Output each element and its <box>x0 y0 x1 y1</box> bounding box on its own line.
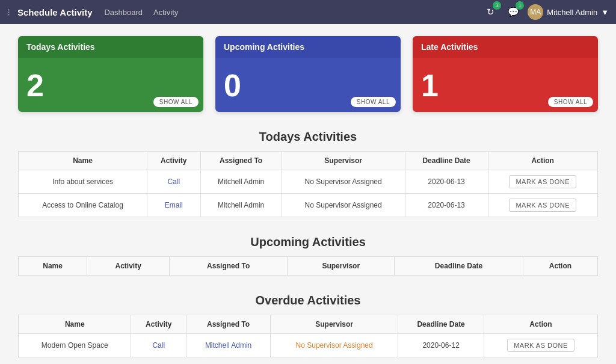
row-activity[interactable]: Call <box>131 334 186 357</box>
ov-col-activity: Activity <box>131 315 186 334</box>
late-show-all[interactable]: SHOW ALL <box>548 97 593 107</box>
overdue-header-row: Name Activity Assigned To Supervisor Dea… <box>19 315 598 334</box>
chat-badge-wrap[interactable]: 💬 1 <box>505 4 522 20</box>
user-name: Mitchell Admin <box>547 8 597 17</box>
upcoming-table: Name Activity Assigned To Supervisor Dea… <box>18 256 598 276</box>
upcoming-section-title: Upcoming Activities <box>18 235 598 249</box>
table-row: Access to Online Catalog Email Mitchell … <box>19 194 598 217</box>
today-card-body: 2 SHOW ALL <box>18 58 203 112</box>
row-assigned[interactable]: Mitchell Admin <box>186 334 271 357</box>
top-navigation: ⁝ Schedule Activity Dashboard Activity ↻… <box>0 0 616 24</box>
today-count: 2 <box>26 70 44 101</box>
todays-section: Todays Activities Name Activity Assigned… <box>18 130 598 217</box>
upcoming-header-row: Name Activity Assigned To Supervisor Dea… <box>19 257 598 276</box>
row-deadline: 2020-06-12 <box>398 334 484 357</box>
col-deadline: Deadline Date <box>405 152 488 170</box>
row-supervisor: No Supervisor Assigned <box>282 194 405 217</box>
upcoming-show-all[interactable]: SHOW ALL <box>351 97 396 107</box>
chat-badge: 1 <box>516 1 524 10</box>
upcoming-card-header: Upcoming Activities <box>215 36 401 58</box>
row-supervisor: No Supervisor Assigned <box>282 170 405 194</box>
row-action: MARK AS DONE <box>488 170 597 194</box>
late-card-header: Late Activities <box>413 36 598 58</box>
table-row: Modern Open Space Call Mitchell Admin No… <box>19 334 598 357</box>
todays-table: Name Activity Assigned To Supervisor Dea… <box>18 151 598 217</box>
chevron-down-icon: ▼ <box>601 8 609 17</box>
app-title: Schedule Activity <box>17 7 92 17</box>
row-action: MARK AS DONE <box>488 194 597 217</box>
up-col-activity: Activity <box>87 257 170 276</box>
ov-col-action: Action <box>484 315 598 334</box>
row-name: Info about services <box>19 170 147 194</box>
today-card-header: Todays Activities <box>18 36 203 58</box>
up-col-action: Action <box>523 257 597 276</box>
refresh-badge-wrap[interactable]: ↻ 3 <box>482 4 499 20</box>
stat-card-upcoming: Upcoming Activities 0 SHOW ALL <box>215 36 401 112</box>
col-supervisor: Supervisor <box>282 152 405 170</box>
up-col-assigned: Assigned To <box>170 257 288 276</box>
ov-col-name: Name <box>19 315 131 334</box>
overdue-section-title: Overdue Activities <box>18 294 598 307</box>
upcoming-section: Upcoming Activities Name Activity Assign… <box>18 235 598 276</box>
mark-done-button[interactable]: MARK AS DONE <box>507 339 574 352</box>
row-name: Modern Open Space <box>19 334 131 357</box>
todays-section-title: Todays Activities <box>18 130 598 144</box>
avatar-initials: MA <box>530 8 541 16</box>
row-activity[interactable]: Email <box>147 194 200 217</box>
late-card-body: 1 SHOW ALL <box>413 58 598 112</box>
up-col-deadline: Deadline Date <box>395 257 523 276</box>
late-count: 1 <box>421 70 439 101</box>
row-action: MARK AS DONE <box>484 334 598 357</box>
avatar: MA <box>528 4 543 20</box>
ov-col-deadline: Deadline Date <box>398 315 484 334</box>
grid-icon[interactable]: ⁝ <box>7 7 10 18</box>
main-content: Todays Activities 2 SHOW ALL Upcoming Ac… <box>0 24 616 364</box>
nav-activity[interactable]: Activity <box>153 8 178 17</box>
ov-col-supervisor: Supervisor <box>271 315 398 334</box>
row-activity[interactable]: Call <box>147 170 200 194</box>
row-assigned: Mitchell Admin <box>200 194 282 217</box>
table-row: Info about services Call Mitchell Admin … <box>19 170 598 194</box>
stat-cards: Todays Activities 2 SHOW ALL Upcoming Ac… <box>18 36 598 112</box>
user-menu[interactable]: MA Mitchell Admin ▼ <box>528 4 609 20</box>
todays-header-row: Name Activity Assigned To Supervisor Dea… <box>19 152 598 170</box>
overdue-table: Name Activity Assigned To Supervisor Dea… <box>18 315 598 357</box>
today-show-all[interactable]: SHOW ALL <box>153 97 199 107</box>
refresh-badge: 3 <box>493 1 501 10</box>
row-supervisor: No Supervisor Assigned <box>271 334 398 357</box>
row-assigned: Mitchell Admin <box>200 170 282 194</box>
stat-card-today: Todays Activities 2 SHOW ALL <box>18 36 203 112</box>
col-action: Action <box>488 152 597 170</box>
up-col-supervisor: Supervisor <box>288 257 395 276</box>
overdue-section: Overdue Activities Name Activity Assigne… <box>18 294 598 357</box>
up-col-name: Name <box>19 257 87 276</box>
row-deadline: 2020-06-13 <box>405 194 488 217</box>
mark-done-button[interactable]: MARK AS DONE <box>509 199 576 212</box>
ov-col-assigned: Assigned To <box>186 315 271 334</box>
stat-card-late: Late Activities 1 SHOW ALL <box>413 36 598 112</box>
nav-icons: ↻ 3 💬 1 MA Mitchell Admin ▼ <box>482 4 609 20</box>
mark-done-button[interactable]: MARK AS DONE <box>509 175 576 188</box>
col-activity: Activity <box>147 152 200 170</box>
col-name: Name <box>19 152 147 170</box>
upcoming-card-body: 0 SHOW ALL <box>215 58 401 112</box>
col-assigned: Assigned To <box>200 152 282 170</box>
upcoming-count: 0 <box>224 70 241 101</box>
nav-dashboard[interactable]: Dashboard <box>104 8 143 17</box>
row-name: Access to Online Catalog <box>19 194 147 217</box>
row-deadline: 2020-06-13 <box>405 170 488 194</box>
